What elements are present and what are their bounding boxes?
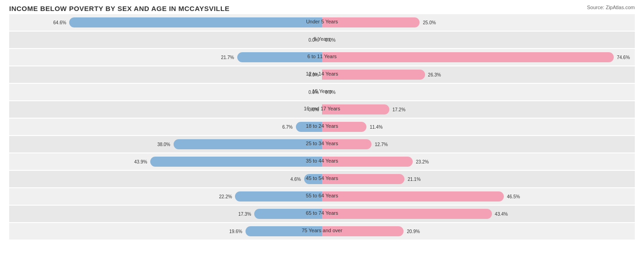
value-left: 17.3% [238, 212, 251, 217]
row-label: 15 Years [312, 88, 332, 94]
chart-row: 12 to 14 Years 0.0% 26.3% [9, 66, 635, 83]
value-right: 12.7% [375, 142, 387, 147]
chart-area: Under 5 Years 64.6% 25.0% 5 Years 0.0% 0… [9, 14, 635, 224]
bar-left-fill [174, 139, 322, 149]
row-label: 55 to 64 Years [306, 193, 338, 198]
row-label: 12 to 14 Years [306, 71, 338, 76]
chart-row: 75 Years and over 19.6% 20.9% [9, 223, 635, 240]
chart-title: INCOME BELOW POVERTY BY SEX AND AGE IN M… [9, 5, 635, 12]
value-right: 21.1% [408, 177, 420, 182]
chart-row: 45 to 54 Years 4.6% 21.1% [9, 171, 635, 187]
value-left: 19.6% [229, 229, 242, 234]
value-right: 43.4% [495, 212, 508, 217]
row-label: 16 and 17 Years [304, 106, 340, 111]
row-label: 75 Years and over [302, 228, 343, 233]
value-right: 26.3% [428, 72, 441, 77]
chart-row: 65 to 74 Years 17.3% 43.4% [9, 206, 635, 222]
row-label: Under 5 Years [306, 19, 338, 24]
value-right: 11.4% [370, 125, 382, 130]
row-label: 65 to 74 Years [306, 210, 338, 216]
value-left: 4.6% [290, 177, 301, 182]
value-left: 38.0% [157, 142, 170, 147]
value-right: 20.9% [407, 229, 420, 234]
chart-row: 55 to 64 Years 22.2% 46.5% [9, 188, 635, 205]
value-left: 21.7% [221, 55, 234, 60]
row-label: 5 Years [314, 36, 331, 42]
value-left: 43.9% [134, 159, 147, 164]
chart-row: 35 to 44 Years 43.9% 23.2% [9, 153, 635, 170]
chart-row: 18 to 24 Years 6.7% 11.4% [9, 119, 635, 135]
chart-row: 6 to 11 Years 21.7% 74.6% [9, 49, 635, 65]
value-right: 46.5% [507, 194, 520, 199]
value-right: 23.2% [416, 159, 429, 164]
value-right: 25.0% [423, 20, 436, 25]
value-left: 64.6% [53, 20, 66, 25]
chart-row: 5 Years 0.0% 0.0% [9, 32, 635, 48]
bar-right-fill [322, 52, 614, 62]
row-label: 45 to 54 Years [306, 175, 338, 181]
row-label: 35 to 44 Years [306, 158, 338, 163]
row-label: 25 to 34 Years [306, 141, 338, 146]
value-right: 17.2% [393, 107, 405, 112]
value-left: 22.2% [219, 194, 232, 199]
row-label: 6 to 11 Years [307, 54, 337, 59]
source-text: Source: ZipAtlas.com [587, 5, 635, 10]
bar-right-fill [322, 191, 504, 202]
value-left: 6.7% [282, 125, 293, 130]
row-label: 18 to 24 Years [306, 123, 338, 129]
chart-row: Under 5 Years 64.6% 25.0% [9, 14, 635, 31]
chart-row: 16 and 17 Years 0.0% 17.2% [9, 101, 635, 118]
chart-container: INCOME BELOW POVERTY BY SEX AND AGE IN M… [0, 0, 644, 256]
bar-left-fill [150, 157, 322, 167]
chart-row: 25 to 34 Years 38.0% 12.7% [9, 136, 635, 153]
bar-left-fill [69, 17, 322, 27]
value-right: 74.6% [617, 55, 630, 60]
bar-right-fill [322, 209, 492, 219]
chart-row: 15 Years 0.0% 0.0% [9, 84, 635, 100]
